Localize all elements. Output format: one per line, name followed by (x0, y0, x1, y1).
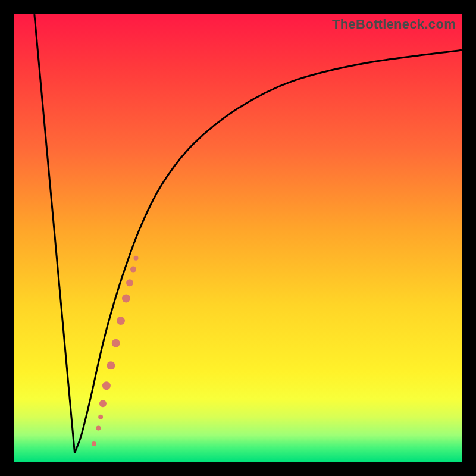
marker-dot (117, 317, 125, 325)
marker-dot (107, 361, 115, 369)
marker-dot (126, 279, 133, 286)
marker-dot (99, 400, 107, 407)
right-curve (75, 50, 462, 453)
marker-dot (112, 339, 120, 347)
marker-dot (92, 441, 96, 446)
marker-dot (102, 381, 111, 390)
marker-dot (98, 415, 103, 419)
plot-area: TheBottleneck.com (14, 14, 462, 462)
marker-dot (122, 295, 130, 303)
chart-svg (14, 14, 462, 462)
markers-group (92, 256, 139, 446)
left-line (35, 14, 75, 453)
marker-dot (96, 426, 101, 431)
marker-dot (134, 256, 139, 261)
marker-dot (130, 267, 136, 273)
chart-frame: TheBottleneck.com (0, 0, 476, 476)
